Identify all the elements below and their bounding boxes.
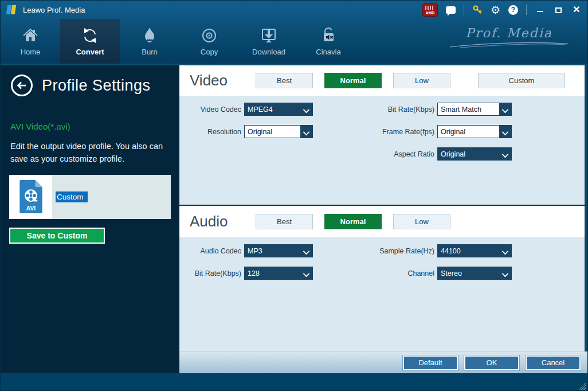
chevron-down-icon: [300, 267, 312, 279]
video-quality-best-button[interactable]: Best: [256, 73, 313, 88]
audio-section-title: Audio: [190, 213, 244, 230]
chevron-down-icon: [300, 126, 312, 138]
tab-burn[interactable]: Burn: [120, 19, 179, 64]
ok-button[interactable]: OK: [464, 355, 519, 370]
audio-bit-rate-label: Bit Rate(Kbps): [179, 269, 241, 277]
brand-swoosh: [449, 41, 569, 48]
video-quality-normal-button[interactable]: Normal: [324, 73, 382, 88]
video-codec-label: Video Codec: [179, 105, 241, 114]
audio-codec-field: Audio Codec MP3: [179, 244, 377, 257]
default-button[interactable]: Default: [403, 355, 458, 370]
chevron-down-icon: [499, 103, 511, 115]
amd-badge-icon: AMD: [422, 3, 438, 17]
app-logo-icon: [6, 5, 18, 15]
register-key-icon[interactable]: [472, 5, 483, 15]
back-button[interactable]: [11, 75, 33, 96]
titlebar-separator: [464, 5, 464, 15]
main-nav: Home Convert Burn Copy: [1, 19, 587, 64]
audio-settings: Audio Codec MP3 Sample Rate(Hz) 44100: [179, 237, 587, 351]
window-title: Leawo Prof. Media: [23, 6, 85, 14]
sample-rate-field: Sample Rate(Hz) 44100: [377, 244, 585, 257]
cancel-button[interactable]: Cancel: [526, 355, 581, 370]
dialog-button-bar: Default OK Cancel: [179, 351, 587, 373]
audio-section-header: Audio Best Normal Low: [179, 206, 587, 237]
video-section-header: Video Best Normal Low Custom: [179, 65, 587, 96]
aspect-ratio-select[interactable]: Original: [437, 147, 512, 161]
chevron-down-icon: [499, 126, 511, 138]
audio-quality-best-button[interactable]: Best: [256, 214, 313, 229]
page-title: Profile Settings: [42, 77, 151, 95]
settings-gear-icon[interactable]: ⚙: [491, 5, 500, 15]
app-window: Leawo Prof. Media AMD ⚙ ? × Home: [0, 0, 588, 391]
avi-file-icon: AVI: [9, 175, 52, 219]
video-codec-field: Video Codec MPEG4: [179, 103, 377, 116]
titlebar: Leawo Prof. Media AMD ⚙ ? ×: [1, 1, 587, 19]
svg-text:AVI: AVI: [26, 206, 36, 212]
profile-description: Edit the output video profile. You also …: [10, 140, 171, 166]
resize-grip[interactable]: [578, 382, 586, 390]
video-quality-low-button[interactable]: Low: [393, 73, 450, 88]
maximize-button[interactable]: [553, 6, 563, 14]
chevron-down-icon: [499, 267, 511, 279]
bit-rate-label: Bit Rate(Kbps): [377, 105, 434, 114]
chevron-down-icon: [300, 245, 312, 257]
aspect-ratio-field: Aspect Ratio Original: [377, 147, 585, 161]
frame-rate-label: Frame Rate(fps): [377, 128, 434, 136]
audio-codec-label: Audio Codec: [179, 247, 241, 255]
frame-rate-select[interactable]: Original: [437, 125, 512, 138]
aspect-ratio-label: Aspect Ratio: [377, 150, 434, 158]
chevron-down-icon: [499, 245, 511, 257]
chevron-down-icon: [499, 148, 511, 160]
tab-home[interactable]: Home: [1, 19, 60, 64]
tab-copy[interactable]: Copy: [179, 19, 239, 64]
minimize-button[interactable]: [535, 6, 545, 14]
resolution-select[interactable]: Original: [244, 125, 313, 138]
profile-name-input[interactable]: [56, 191, 88, 202]
resolution-label: Resolution: [179, 128, 241, 136]
audio-quality-normal-button[interactable]: Normal: [324, 214, 382, 229]
video-settings: Video Codec MPEG4 Bit Rate(Kbps) Smart M…: [179, 96, 587, 205]
bit-rate-field: Bit Rate(Kbps) Smart Match: [377, 103, 585, 116]
burn-flame-icon: [140, 26, 159, 45]
chevron-down-icon: [300, 103, 312, 115]
back-arrow-icon: [15, 79, 28, 92]
settings-panel: Video Best Normal Low Custom Video Codec…: [179, 65, 587, 373]
content-area: Profile Settings AVI Video(*.avi) Edit t…: [1, 64, 587, 373]
video-quality-custom-button[interactable]: Custom: [478, 73, 565, 88]
tab-download[interactable]: Download: [239, 19, 299, 64]
bit-rate-select[interactable]: Smart Match: [437, 103, 512, 116]
home-icon: [21, 26, 40, 45]
convert-icon: [81, 26, 99, 45]
audio-bit-rate-field: Bit Rate(Kbps) 128: [179, 267, 377, 280]
sample-rate-select[interactable]: 44100: [437, 244, 512, 257]
channel-select[interactable]: Stereo: [437, 267, 512, 280]
audio-quality-low-button[interactable]: Low: [393, 214, 450, 229]
save-to-custom-button[interactable]: Save to Custom: [9, 228, 105, 244]
video-section-title: Video: [190, 72, 244, 89]
tab-cinavia[interactable]: Cinavia: [299, 19, 358, 64]
channel-field: Channel Stereo: [377, 267, 585, 280]
feedback-icon[interactable]: [446, 6, 456, 14]
frame-rate-field: Frame Rate(fps) Original: [377, 125, 585, 138]
help-icon[interactable]: ?: [508, 5, 518, 15]
audio-bit-rate-select[interactable]: 128: [244, 267, 313, 280]
audio-codec-select[interactable]: MP3: [244, 244, 313, 257]
channel-label: Channel: [377, 269, 434, 277]
download-icon: [260, 26, 278, 45]
titlebar-separator: [526, 5, 527, 15]
tab-convert[interactable]: Convert: [60, 19, 120, 64]
status-footer: [1, 373, 587, 391]
sidebar: Profile Settings AVI Video(*.avi) Edit t…: [1, 65, 179, 373]
sample-rate-label: Sample Rate(Hz): [377, 247, 434, 255]
close-button[interactable]: ×: [571, 3, 582, 15]
custom-profile-item[interactable]: AVI: [9, 175, 171, 219]
resolution-field: Resolution Original: [179, 125, 377, 138]
copy-disc-icon: [200, 26, 218, 45]
video-codec-select[interactable]: MPEG4: [244, 103, 313, 116]
cinavia-unlock-icon: [319, 26, 338, 45]
spacer: [179, 147, 377, 161]
brand-script: Prof. Media: [449, 26, 569, 48]
selected-profile-name: AVI Video(*.avi): [10, 122, 170, 131]
